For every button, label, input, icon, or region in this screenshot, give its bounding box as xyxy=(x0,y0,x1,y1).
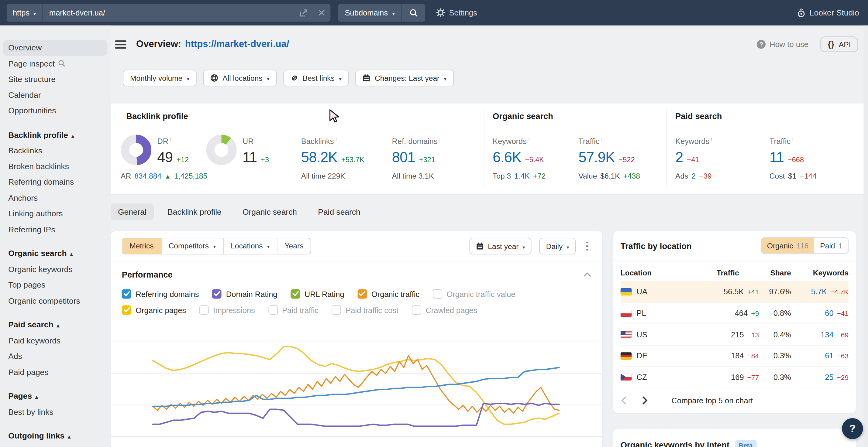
checkbox-box[interactable] xyxy=(268,305,278,315)
info-icon[interactable]: i xyxy=(528,135,529,141)
sidebar-item-best-by-links[interactable]: Best by links xyxy=(0,404,111,420)
scrollbar[interactable] xyxy=(863,26,868,447)
prev-page-icon[interactable] xyxy=(621,396,627,405)
paid-keywords-value[interactable]: 2 xyxy=(675,149,683,166)
settings-button[interactable]: Settings xyxy=(436,8,477,17)
sidebar-item-broken-backlinks[interactable]: Broken backlinks xyxy=(0,159,111,174)
sidebar-item-linking-authors[interactable]: Linking authors xyxy=(0,206,111,222)
sidebar-item-anchors[interactable]: Anchors xyxy=(0,190,111,206)
checkbox-domain-rating[interactable]: Domain Rating xyxy=(212,289,277,299)
menu-icon[interactable] xyxy=(115,40,126,48)
sidebar-item-paid-pages[interactable]: Paid pages xyxy=(0,364,111,380)
segment-locations[interactable]: Locations xyxy=(223,238,277,254)
tab-backlink-profile[interactable]: Backlink profile xyxy=(160,203,228,220)
collapse-chevron-icon[interactable] xyxy=(584,272,591,277)
sidebar-item-opportunities[interactable]: Opportunities xyxy=(0,103,111,119)
checkbox-referring-domains[interactable]: Referring domains xyxy=(122,289,199,299)
checkbox-url-rating[interactable]: URL Rating xyxy=(290,289,344,299)
sidebar-item-site-structure[interactable]: Site structure xyxy=(0,71,111,87)
protocol-dropdown[interactable]: https xyxy=(7,4,42,22)
paid-traffic-value[interactable]: 11 xyxy=(770,149,784,166)
tab-organic-search[interactable]: Organic search xyxy=(235,203,304,220)
sidebar-item-ads[interactable]: Ads xyxy=(0,348,111,364)
sidebar-item-backlinks[interactable]: Backlinks xyxy=(0,143,111,159)
sidebar-item-referring-domains[interactable]: Referring domains xyxy=(0,174,111,190)
sidebar-item-overview[interactable]: Overview xyxy=(3,40,107,56)
checkbox-box[interactable] xyxy=(433,289,442,299)
checkbox-paid-traffic-cost[interactable]: Paid traffic cost xyxy=(332,305,398,315)
toggle-organic[interactable]: Organic 116 xyxy=(762,238,814,253)
organic-keywords-value[interactable]: 6.6K xyxy=(493,149,521,166)
info-icon[interactable]: i xyxy=(439,135,440,141)
tab-general[interactable]: General xyxy=(111,203,153,220)
sidebar-section-organic-search[interactable]: Organic search xyxy=(0,246,111,262)
sidebar-item-organic-keywords[interactable]: Organic keywords xyxy=(0,262,111,277)
info-icon[interactable]: i xyxy=(601,135,602,141)
sidebar-item-referring-ips[interactable]: Referring IPs xyxy=(0,221,111,237)
organic-traffic-value[interactable]: 57.9K xyxy=(578,149,615,166)
sidebar-section-backlink-profile[interactable]: Backlink profile xyxy=(0,127,111,143)
filter-monthly-volume[interactable]: Monthly volume xyxy=(123,70,196,86)
checkbox-box[interactable] xyxy=(122,289,131,299)
ref-domains-value[interactable]: 801 xyxy=(392,149,415,166)
location-row-cz[interactable]: CZ169−770.3%25−29 xyxy=(621,366,848,387)
location-row-pl[interactable]: PL464+90.8%60−41 xyxy=(621,302,848,323)
how-to-use-button[interactable]: ? How to use xyxy=(757,40,808,48)
granularity-dropdown[interactable]: Daily xyxy=(539,238,576,254)
checkbox-paid-traffic[interactable]: Paid traffic xyxy=(268,305,319,315)
search-button[interactable] xyxy=(402,4,425,22)
sidebar-section-pages[interactable]: Pages xyxy=(0,388,111,404)
backlinks-value[interactable]: 58.2K xyxy=(301,149,337,166)
info-icon[interactable]: i xyxy=(255,135,256,141)
sidebar-item-organic-competitors[interactable]: Organic competitors xyxy=(0,293,111,309)
sidebar-section-outgoing-links[interactable]: Outgoing links xyxy=(0,428,111,444)
checkbox-impressions[interactable]: Impressions xyxy=(199,305,255,315)
external-link-icon[interactable] xyxy=(299,8,308,17)
sidebar-section-paid-search[interactable]: Paid search xyxy=(0,317,111,333)
checkbox-organic-traffic[interactable]: Organic traffic xyxy=(358,289,420,299)
checkbox-crawled-pages[interactable]: Crawled pages xyxy=(412,305,477,315)
sidebar-item-top-pages[interactable]: Top pages xyxy=(0,277,111,293)
subdomains-dropdown[interactable]: Subdomains xyxy=(338,8,401,17)
checkbox-organic-traffic-value[interactable]: Organic traffic value xyxy=(433,289,516,299)
checkbox-box[interactable] xyxy=(212,289,222,299)
checkbox-box[interactable] xyxy=(332,305,341,315)
page-title-url-link[interactable]: https://market-dveri.ua/ xyxy=(185,39,289,49)
filter-changes-last-year[interactable]: Changes: Last year xyxy=(355,70,454,86)
checkbox-box[interactable] xyxy=(412,305,421,315)
segment-metrics[interactable]: Metrics xyxy=(122,238,161,254)
toggle-paid[interactable]: Paid 1 xyxy=(814,238,848,253)
next-page-icon[interactable] xyxy=(642,396,648,405)
location-row-de[interactable]: DE184−840.3%61−63 xyxy=(621,345,848,366)
top3-value[interactable]: 1.4K xyxy=(514,172,530,180)
sidebar-item-linked-domains[interactable]: Linked domains xyxy=(0,444,111,447)
filter-all-locations[interactable]: All locations xyxy=(203,70,277,86)
tab-paid-search[interactable]: Paid search xyxy=(311,203,368,220)
ar-value[interactable]: 834,884 xyxy=(134,172,161,180)
info-icon[interactable]: i xyxy=(170,135,172,141)
url-input[interactable]: market-dveri.ua/ xyxy=(42,4,330,22)
segment-years[interactable]: Years xyxy=(277,238,311,254)
location-row-ua[interactable]: UA56.5K+4197.6%5.7K−4.7K xyxy=(621,281,848,302)
checkbox-box[interactable] xyxy=(290,289,300,299)
checkbox-organic-pages[interactable]: Organic pages xyxy=(122,305,186,315)
ads-value[interactable]: 2 xyxy=(691,172,696,180)
checkbox-box[interactable] xyxy=(122,305,131,315)
info-icon[interactable]: i xyxy=(792,135,794,141)
info-icon[interactable]: i xyxy=(336,135,337,141)
location-row-us[interactable]: US215−130.4%134−69 xyxy=(621,324,848,345)
segment-competitors[interactable]: Competitors xyxy=(161,238,223,254)
more-options-icon[interactable] xyxy=(584,241,591,250)
looker-studio-button[interactable]: Looker Studio xyxy=(797,8,859,17)
sidebar-item-page-inspect[interactable]: Page inspect xyxy=(0,56,111,71)
checkbox-box[interactable] xyxy=(358,289,367,299)
info-icon[interactable]: i xyxy=(711,135,712,141)
clear-icon[interactable] xyxy=(318,9,325,16)
sidebar-item-paid-keywords[interactable]: Paid keywords xyxy=(0,333,111,349)
compare-top5-link[interactable]: Compare top 5 on chart xyxy=(671,396,753,405)
api-button[interactable]: API xyxy=(820,36,858,52)
filter-best-links[interactable]: Best links xyxy=(283,70,349,86)
sidebar-item-calendar[interactable]: Calendar xyxy=(0,87,111,103)
date-range-dropdown[interactable]: Last year xyxy=(470,238,532,254)
checkbox-box[interactable] xyxy=(199,305,209,315)
